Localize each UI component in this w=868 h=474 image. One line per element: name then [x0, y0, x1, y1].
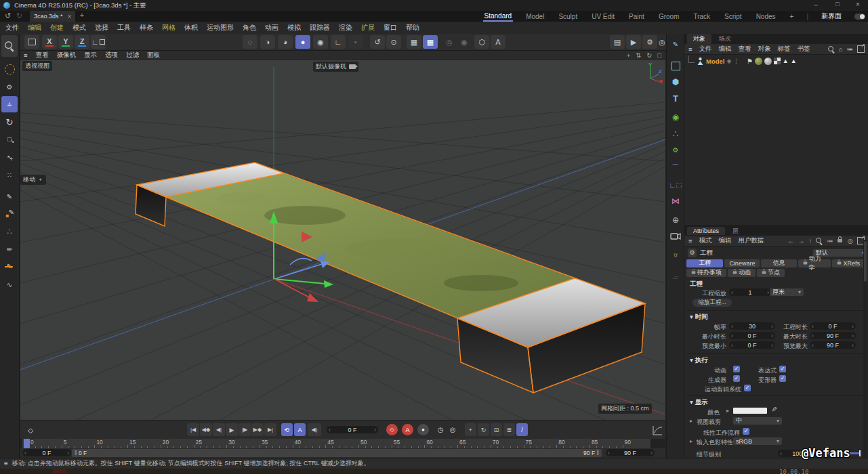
animation-checkbox[interactable]	[733, 366, 740, 372]
range-end-spinner[interactable]: ‹ 90 F ›	[606, 449, 655, 456]
axis-center-icon[interactable]: ⊙	[386, 35, 401, 49]
deformers-checkbox[interactable]	[779, 375, 786, 382]
attr-menu-edit[interactable]: 编辑	[719, 236, 732, 245]
attr-up-icon[interactable]: ↑	[808, 237, 812, 244]
om-home-icon[interactable]: ⌂	[839, 45, 843, 53]
light-object-icon[interactable]: ☼	[668, 246, 683, 261]
menu-create[interactable]: 创建	[50, 23, 64, 33]
key-interpolation-icon[interactable]: ◇	[24, 424, 37, 436]
sky-environment-icon[interactable]: ⊕	[668, 213, 683, 228]
rectangle-spline-icon[interactable]	[668, 58, 683, 73]
menu-mograph[interactable]: 运动图形	[207, 23, 234, 33]
sketch-tool-icon[interactable]: ∿	[1, 276, 18, 293]
text-primitive-icon[interactable]: T	[668, 91, 683, 106]
axis-z-toggle[interactable]: Z	[75, 35, 89, 49]
move-tool-icon[interactable]: ↔↕	[1, 96, 18, 112]
color-swatch[interactable]	[733, 408, 767, 414]
maximize-button[interactable]: □	[829, 1, 846, 7]
viewport-menu-panel[interactable]: 面板	[147, 51, 160, 60]
keyframe-selection-icon[interactable]: ●	[417, 424, 429, 435]
clipping-expander-icon[interactable]: ▸	[690, 418, 693, 424]
workspace-tab-uvedit[interactable]: UV Edit	[590, 12, 616, 21]
menu-animate[interactable]: 动画	[265, 23, 278, 33]
rotation-band-icon[interactable]: ◎	[442, 35, 457, 49]
previous-frame-icon[interactable]: ◀|	[213, 423, 225, 436]
motion-system-checkbox[interactable]	[744, 385, 751, 391]
attr-tab-xrefs[interactable]: XRefs	[832, 259, 865, 267]
view-clipping-dropdown[interactable]: 中▾	[733, 417, 782, 425]
record-parameter-icon[interactable]: ≣	[503, 423, 515, 436]
scale-tool-icon[interactable]: □↘	[1, 131, 18, 148]
minimize-button[interactable]: –	[808, 1, 824, 8]
attr-forward-icon[interactable]: →	[798, 237, 805, 244]
tab-close-icon[interactable]: ×	[68, 13, 72, 20]
menu-spline[interactable]: 样条	[140, 23, 153, 33]
workspace-tab-sculpt[interactable]: Sculpt	[557, 12, 579, 21]
om-menu-objects[interactable]: 对象	[758, 45, 771, 53]
menu-simulate[interactable]: 模拟	[287, 23, 301, 33]
attr-tab-dynamics[interactable]: 动力学	[798, 259, 831, 267]
live-selection-tool-icon[interactable]	[1, 61, 18, 77]
workspace-tab-nodes[interactable]: Nodes	[755, 12, 777, 21]
attr-filter-icon[interactable]: ≔	[827, 237, 833, 244]
om-filter-icon[interactable]: ≔	[847, 45, 854, 53]
keyframe-circle-icon[interactable]: ◉	[457, 35, 472, 49]
project-scale-spinner[interactable]: ‹1›	[729, 288, 771, 296]
om-menu-view[interactable]: 查看	[739, 45, 751, 53]
viewport-maximize-icon[interactable]: □	[657, 51, 661, 59]
redo-icon[interactable]: ↻	[16, 12, 22, 20]
viewport-zoom-icon[interactable]: ⇅	[636, 51, 641, 59]
section-time-header[interactable]: ▾ 时间	[690, 313, 707, 322]
keying-selection-icon[interactable]: /	[516, 423, 528, 436]
om-menu-bookmarks[interactable]: 书签	[798, 45, 810, 53]
attr-tab-project[interactable]: 工程	[686, 259, 723, 267]
workspace-tab-track[interactable]: Track	[692, 12, 711, 21]
menu-tools[interactable]: 工具	[117, 23, 131, 33]
object-visibility-dots[interactable]: ◈ ⋮	[726, 58, 739, 64]
attr-lock-icon[interactable]	[838, 239, 842, 242]
menu-character[interactable]: 角色	[243, 23, 256, 33]
layout-toggle[interactable]	[854, 14, 865, 20]
add-workspace-icon[interactable]: +	[789, 12, 795, 21]
attr-tab-todo[interactable]: 待办事项	[686, 269, 726, 277]
symmetry-icon[interactable]: ⋈	[668, 194, 683, 209]
tab-attributes[interactable]: Attributes	[687, 227, 725, 235]
brush-tool-icon[interactable]: ✎	[0, 238, 21, 261]
section-display-header[interactable]: ▾ 显示	[690, 398, 707, 407]
spline-pen-icon[interactable]: ✎	[668, 37, 683, 51]
texture-tag-grass-icon[interactable]	[755, 58, 762, 65]
viewport-menu-cameras[interactable]: 摄像机	[57, 51, 77, 60]
attr-tab-animation[interactable]: 动画	[728, 269, 756, 277]
transform-tool-icon[interactable]: ↖+	[1, 149, 18, 165]
goto-start-icon[interactable]: |◀	[187, 423, 199, 436]
view-label[interactable]: 透视视图	[22, 61, 52, 71]
attr-target-icon[interactable]: ◎	[848, 237, 853, 244]
fcurve-editor-icon[interactable]	[652, 424, 664, 436]
workspace-tab-script[interactable]: Script	[723, 12, 743, 21]
menu-help[interactable]: 帮助	[406, 23, 419, 33]
range-start-dec-icon[interactable]: ‹	[24, 450, 26, 456]
key-position-icon[interactable]: ◷	[435, 424, 446, 435]
object-name[interactable]: Model	[706, 58, 724, 65]
menu-render[interactable]: 渲染	[339, 23, 352, 33]
menu-mode[interactable]: 模式	[73, 23, 86, 33]
menu-extensions[interactable]: 扩展	[361, 23, 375, 33]
menu-edit[interactable]: 编辑	[28, 23, 41, 33]
close-button[interactable]: ×	[850, 1, 866, 8]
viewport-menu-display[interactable]: 显示	[84, 51, 97, 60]
workspace-tab-standard[interactable]: Standard	[483, 12, 514, 22]
fps-spinner[interactable]: ‹30›	[729, 322, 775, 330]
cube-primitive-icon[interactable]: ⬢	[668, 74, 683, 89]
object-axis-mode-icon[interactable]: ◉	[313, 35, 328, 49]
quantize-icon[interactable]: A	[491, 35, 505, 49]
project-duration-spinner[interactable]: ‹0 F›	[810, 322, 856, 330]
previous-key-icon[interactable]: ◀◆	[200, 423, 212, 436]
generators-checkbox[interactable]	[733, 375, 740, 382]
document-tab[interactable]: 3cao.3ds * ×	[30, 11, 75, 22]
playhead[interactable]	[24, 439, 30, 448]
om-menu-edit[interactable]: 编辑	[719, 45, 732, 53]
range-start-inc-icon[interactable]: ›	[67, 450, 69, 456]
min-time-spinner[interactable]: ‹0 F›	[729, 332, 775, 339]
texture-tag-gray-icon[interactable]	[764, 58, 772, 65]
menu-tracker[interactable]: 跟踪器	[310, 23, 330, 33]
